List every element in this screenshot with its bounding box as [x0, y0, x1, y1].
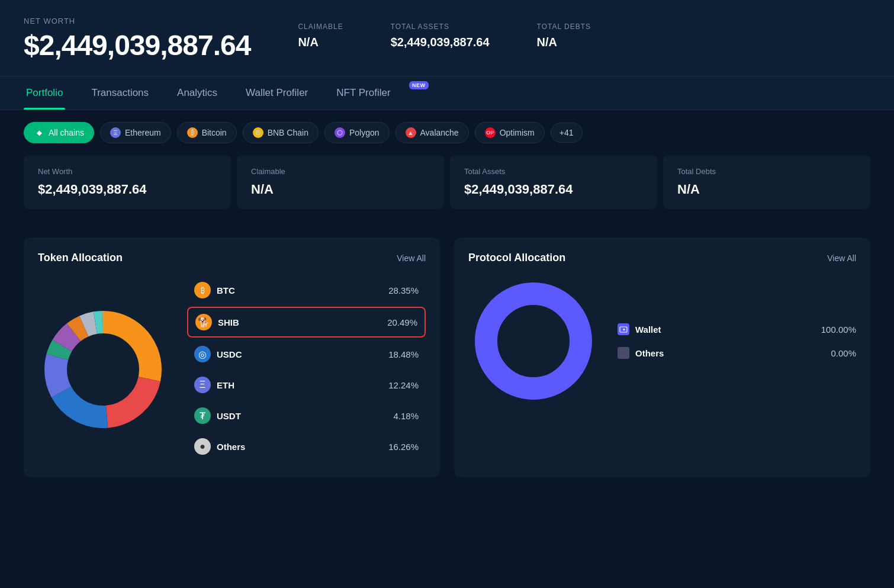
chain-pill-optimism[interactable]: OP Optimism	[475, 122, 545, 143]
new-badge: NEW	[409, 81, 429, 89]
card-value-total-assets: $2,449,039,887.64	[464, 182, 643, 197]
protocol-row-wallet: Wallet 100.00%	[618, 317, 856, 341]
others-protocol-name: Others	[635, 348, 825, 358]
token-row-others: ● Others 16.26%	[187, 432, 426, 461]
others-protocol-pct: 0.00%	[831, 348, 856, 358]
chain-pill-eth[interactable]: Ξ Ethereum	[100, 122, 171, 143]
shib-pct: 20.49%	[387, 317, 417, 327]
wallet-icon	[619, 325, 628, 333]
card-label-net-worth: Net Worth	[38, 167, 217, 176]
protocol-view-all[interactable]: View All	[827, 253, 856, 263]
token-allocation-body: ₿ BTC 28.35% 🐕 SHIB 20.49% ◎ USDC 18.48%	[38, 276, 426, 463]
usdt-pct: 4.18%	[393, 411, 419, 421]
chain-pill-avalanche[interactable]: ▲ Avalanche	[395, 122, 469, 143]
protocol-panel-header: Protocol Allocation View All	[468, 252, 856, 264]
chain-filters: ◆ All chains Ξ Ethereum ₿ Bitcoin B BNB …	[0, 110, 894, 155]
token-row-shib: 🐕 SHIB 20.49%	[187, 307, 426, 338]
total-debts-value: N/A	[537, 36, 591, 49]
token-panel-header: Token Allocation View All	[38, 252, 426, 264]
btc-icon: ₿	[194, 282, 211, 298]
polygon-icon: ⬡	[335, 127, 345, 138]
usdt-icon: ₮	[194, 407, 211, 424]
eth-pct: 12.24%	[388, 380, 419, 390]
total-assets-label: TOTAL ASSETS	[391, 23, 490, 31]
others-token-icon: ●	[194, 438, 211, 455]
card-label-claimable: Claimable	[251, 167, 430, 176]
btc-name: BTC	[217, 285, 382, 295]
card-label-total-debts: Total Debts	[677, 167, 856, 176]
header-stats: CLAIMABLE N/A TOTAL ASSETS $2,449,039,88…	[298, 23, 591, 49]
token-row-btc: ₿ BTC 28.35%	[187, 276, 426, 304]
usdc-icon: ◎	[194, 346, 211, 362]
tab-nft-profiler[interactable]: NFT Profiler NEW	[334, 76, 411, 110]
protocol-donut-chart	[468, 276, 599, 406]
avalanche-icon: ▲	[406, 127, 416, 138]
header-section: NET WORTH $2,449,039,887.64 CLAIMABLE N/…	[0, 0, 894, 76]
net-worth-value: $2,449,039,887.64	[24, 29, 250, 62]
chain-pill-btc[interactable]: ₿ Bitcoin	[177, 122, 237, 143]
token-allocation-panel: Token Allocation View All	[24, 237, 440, 477]
token-row-usdt: ₮ USDT 4.18%	[187, 401, 426, 430]
net-worth-main: NET WORTH $2,449,039,887.64	[24, 17, 250, 62]
stat-card-total-assets: Total Assets $2,449,039,887.64	[450, 155, 657, 209]
claimable-stat: CLAIMABLE N/A	[298, 23, 343, 49]
card-value-net-worth: $2,449,039,887.64	[38, 182, 217, 197]
eth-name: ETH	[217, 380, 382, 390]
stats-cards: Net Worth $2,449,039,887.64 Claimable N/…	[0, 155, 894, 223]
card-label-total-assets: Total Assets	[464, 167, 643, 176]
eth-token-icon: Ξ	[194, 377, 211, 393]
shib-icon: 🐕	[195, 314, 212, 330]
bitcoin-icon: ₿	[187, 127, 198, 138]
protocol-body: Wallet 100.00% Others 0.00%	[468, 276, 856, 406]
usdt-name: USDT	[217, 411, 387, 421]
token-row-usdc: ◎ USDC 18.48%	[187, 340, 426, 368]
total-assets-stat: TOTAL ASSETS $2,449,039,887.64	[391, 23, 490, 49]
others-protocol-icon	[618, 347, 629, 359]
token-donut-chart	[38, 304, 168, 435]
chain-pill-more[interactable]: +41	[551, 123, 583, 143]
bnb-icon: B	[253, 127, 263, 138]
usdc-name: USDC	[217, 349, 382, 359]
tab-transactions[interactable]: Transactions	[89, 76, 151, 110]
card-value-total-debts: N/A	[677, 182, 856, 197]
others-pct: 16.26%	[388, 442, 419, 452]
stat-card-total-debts: Total Debts N/A	[663, 155, 870, 209]
card-value-claimable: N/A	[251, 182, 430, 197]
claimable-value: N/A	[298, 36, 343, 49]
svg-point-11	[499, 307, 568, 375]
stat-card-claimable: Claimable N/A	[237, 155, 444, 209]
token-allocation-title: Token Allocation	[38, 252, 123, 264]
total-debts-label: TOTAL DEBTS	[537, 23, 591, 31]
claimable-label: CLAIMABLE	[298, 23, 343, 31]
token-row-eth: Ξ ETH 12.24%	[187, 371, 426, 399]
stat-card-net-worth: Net Worth $2,449,039,887.64	[24, 155, 231, 209]
total-assets-value: $2,449,039,887.64	[391, 36, 490, 49]
protocol-allocation-panel: Protocol Allocation View All	[454, 237, 870, 477]
chain-pill-all[interactable]: ◆ All chains	[24, 122, 94, 143]
nav-tabs: Portfolio Transactions Analytics Wallet …	[0, 76, 894, 110]
tab-portfolio[interactable]: Portfolio	[24, 76, 65, 110]
tab-wallet-profiler[interactable]: Wallet Profiler	[243, 76, 310, 110]
token-donut-svg	[38, 304, 168, 435]
wallet-pct: 100.00%	[821, 324, 856, 335]
chain-pill-bnb[interactable]: B BNB Chain	[243, 122, 319, 143]
btc-pct: 28.35%	[388, 285, 419, 295]
tab-analytics[interactable]: Analytics	[175, 76, 220, 110]
others-name: Others	[217, 442, 382, 452]
all-chains-icon: ◆	[34, 127, 44, 138]
token-list: ₿ BTC 28.35% 🐕 SHIB 20.49% ◎ USDC 18.48%	[187, 276, 426, 463]
ethereum-icon: Ξ	[110, 127, 121, 138]
protocol-allocation-title: Protocol Allocation	[468, 252, 565, 264]
protocol-list: Wallet 100.00% Others 0.00%	[618, 317, 856, 365]
chain-pill-polygon[interactable]: ⬡ Polygon	[324, 122, 390, 143]
svg-point-9	[69, 335, 137, 404]
usdc-pct: 18.48%	[388, 349, 419, 359]
total-debts-stat: TOTAL DEBTS N/A	[537, 23, 591, 49]
protocol-row-others: Others 0.00%	[618, 341, 856, 365]
main-content: Token Allocation View All	[0, 223, 894, 491]
token-view-all[interactable]: View All	[397, 253, 426, 263]
protocol-donut-svg	[468, 276, 599, 406]
optimism-icon: OP	[485, 127, 496, 138]
wallet-protocol-icon	[618, 323, 629, 335]
shib-name: SHIB	[218, 317, 381, 327]
